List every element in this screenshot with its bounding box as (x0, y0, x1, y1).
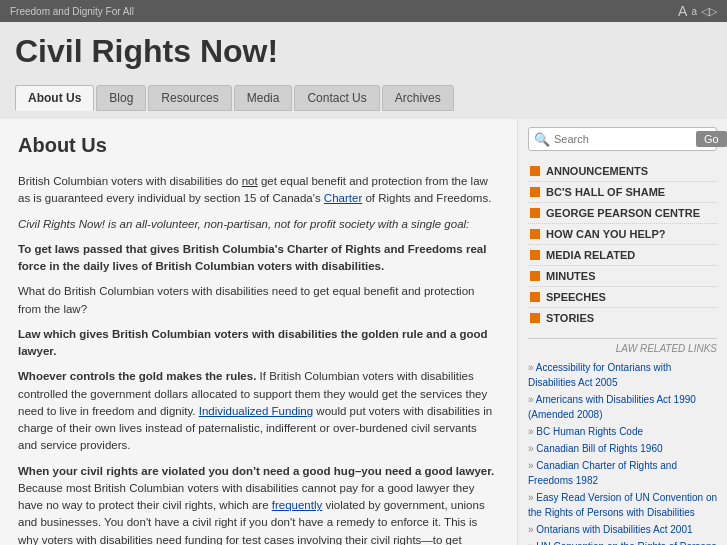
orange-square-icon (530, 187, 540, 197)
law-link-4[interactable]: Canadian Bill of Rights 1960 (528, 440, 717, 457)
tagline: Freedom and Dignity For All (10, 6, 134, 17)
individualized-funding-link-1[interactable]: Individualized Funding (199, 405, 313, 417)
sidebar-item-speeches[interactable]: SPEECHES (528, 287, 717, 308)
nav-item-archives[interactable]: Archives (382, 85, 454, 111)
nav-item-media[interactable]: Media (234, 85, 293, 111)
header: Civil Rights Now! (0, 22, 727, 85)
orange-square-icon (530, 313, 540, 323)
para-2: Civil Rights Now! is an all-volunteer, n… (18, 216, 499, 233)
para-1: British Columbian voters with disabiliti… (18, 173, 499, 208)
sidebar: 🔍 Go ANNOUNCEMENTS BC'S HALL OF SHAME GE… (517, 119, 727, 545)
site-title: Civil Rights Now! (15, 34, 712, 69)
sidebar-item-announcements[interactable]: ANNOUNCEMENTS (528, 161, 717, 182)
sidebar-item-minutes[interactable]: MINUTES (528, 266, 717, 287)
para-4: Whoever controls the gold makes the rule… (18, 368, 499, 454)
frequently-link[interactable]: frequently (272, 499, 323, 511)
orange-square-icon (530, 229, 540, 239)
sidebar-item-how-can-you-help[interactable]: HOW CAN YOU HELP? (528, 224, 717, 245)
sidebar-item-media-related[interactable]: MEDIA RELATED (528, 245, 717, 266)
sidebar-item-stories[interactable]: STORIES (528, 308, 717, 328)
law-link-3[interactable]: BC Human Rights Code (528, 423, 717, 440)
arrows-icon[interactable]: ◁▷ (701, 5, 717, 18)
page-title: About Us (18, 134, 499, 163)
orange-square-icon (530, 208, 540, 218)
law-link-8[interactable]: UN Convention on the Rights of Persons w… (528, 538, 717, 545)
nav-item-resources[interactable]: Resources (148, 85, 231, 111)
law-link-7[interactable]: Ontarians with Disabilities Act 2001 (528, 521, 717, 538)
main-nav: About Us Blog Resources Media Contact Us… (0, 85, 727, 119)
search-box: 🔍 Go (528, 127, 717, 151)
sidebar-item-george-pearson[interactable]: GEORGE PEARSON CENTRE (528, 203, 717, 224)
nav-item-about[interactable]: About Us (15, 85, 94, 111)
law-link-1[interactable]: Accessibility for Ontarians with Disabil… (528, 359, 717, 391)
sidebar-nav: ANNOUNCEMENTS BC'S HALL OF SHAME GEORGE … (528, 161, 717, 328)
law-link-5[interactable]: Canadian Charter of Rights and Freedoms … (528, 457, 717, 489)
font-controls: A a ◁▷ (678, 3, 717, 19)
nav-item-contact[interactable]: Contact Us (294, 85, 379, 111)
para-5: When your civil rights are violated you … (18, 463, 499, 545)
orange-square-icon (530, 250, 540, 260)
law-links: Accessibility for Ontarians with Disabil… (528, 359, 717, 545)
main-content: About Us British Columbian voters with d… (0, 119, 517, 545)
charter-link[interactable]: Charter (324, 192, 362, 204)
font-small[interactable]: a (691, 6, 697, 17)
orange-square-icon (530, 166, 540, 176)
para-goal: To get laws passed that gives British Co… (18, 241, 499, 276)
search-input[interactable] (554, 133, 692, 145)
law-section-title: LAW RELATED LINKS (528, 338, 717, 354)
sidebar-item-hall-of-shame[interactable]: BC'S HALL OF SHAME (528, 182, 717, 203)
search-go-button[interactable]: Go (696, 131, 727, 147)
search-icon: 🔍 (534, 132, 550, 147)
font-large[interactable]: A (678, 3, 687, 19)
law-link-2[interactable]: Americans with Disabilities Act 1990 (Am… (528, 391, 717, 423)
layout: About Us British Columbian voters with d… (0, 119, 727, 545)
orange-square-icon (530, 271, 540, 281)
nav-item-blog[interactable]: Blog (96, 85, 146, 111)
law-link-6[interactable]: Easy Read Version of UN Convention on th… (528, 489, 717, 521)
orange-square-icon (530, 292, 540, 302)
para-law: Law which gives British Columbian voters… (18, 326, 499, 361)
para-3: What do British Columbian voters with di… (18, 283, 499, 318)
top-bar: Freedom and Dignity For All A a ◁▷ (0, 0, 727, 22)
